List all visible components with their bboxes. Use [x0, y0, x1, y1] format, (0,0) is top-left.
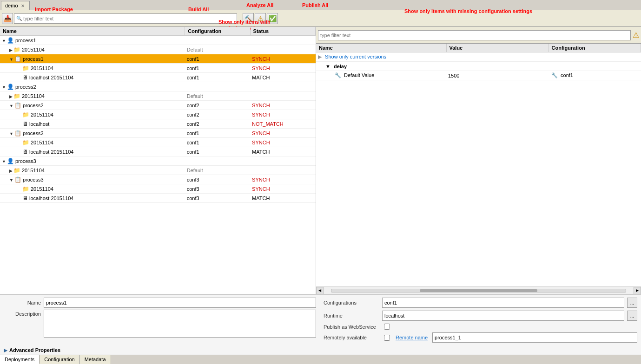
table-row[interactable]: 📁20151104conf1SYNCH — [0, 138, 316, 147]
table-row[interactable]: ▼📋process1conf1SYNCH — [0, 54, 316, 64]
split-area: Name Configuration Status ▼👤process1▶📁20… — [0, 27, 641, 294]
tab-configuration[interactable]: Configuration — [40, 355, 79, 364]
table-row[interactable]: 📁20151104conf2SYNCH — [0, 110, 316, 119]
expand-arrow[interactable]: ▶ — [9, 169, 13, 173]
col-status-header: Status — [250, 27, 315, 36]
table-row[interactable]: ▼👤process1 — [0, 36, 316, 45]
bottom-tabs: Deployments Configuration Metadata — [0, 355, 641, 364]
missing-config-icon[interactable]: ⚠ — [633, 31, 639, 39]
runtime-input[interactable] — [382, 311, 624, 321]
scrollbar-track[interactable] — [331, 289, 626, 292]
expand-arrow-right[interactable]: ▶ — [318, 54, 322, 59]
advanced-properties-section[interactable]: ▶ Advanced Properties — [0, 345, 641, 355]
right-tree-table[interactable]: Name Value Configuration ▶ Show only cur… — [316, 44, 641, 286]
left-table-body: ▼👤process1▶📁20151104Default▼📋process1con… — [0, 36, 316, 203]
row-status — [250, 45, 315, 54]
default-value-val: 1500 — [446, 71, 548, 80]
tab-metadata[interactable]: Metadata — [80, 355, 111, 364]
table-row[interactable]: ▼📋process2conf2SYNCH — [0, 101, 316, 110]
import-button[interactable]: 📥 — [2, 13, 13, 24]
name-input[interactable] — [44, 298, 316, 308]
left-pane: Name Configuration Status ▼👤process1▶📁20… — [0, 27, 316, 294]
table-row[interactable]: ▶📁20151104Default — [0, 45, 316, 54]
tab-close-button[interactable]: ✕ — [20, 3, 26, 9]
configurations-row: Configurations ... — [324, 298, 637, 308]
right-toolbar: ⚠ — [316, 27, 641, 44]
delay-expand-arrow[interactable]: ▼ — [325, 64, 330, 69]
conf-icon: 🔧 — [551, 72, 558, 78]
table-row[interactable]: ▼👤process3 — [0, 156, 316, 166]
left-tree-table[interactable]: Name Configuration Status ▼👤process1▶📁20… — [0, 27, 316, 294]
right-scrollbar[interactable]: ◀ ▶ — [316, 286, 641, 294]
folder-icon: 📁 — [22, 65, 29, 72]
left-filter-input[interactable] — [23, 16, 235, 21]
remote-name-link[interactable]: Remote name — [396, 335, 428, 340]
runtime-browse-button[interactable]: ... — [627, 311, 637, 321]
expand-arrow[interactable]: ▶ — [9, 48, 13, 52]
default-value-name: Default Value — [344, 72, 374, 78]
param-icon: 🔧 — [335, 72, 341, 78]
table-row[interactable]: 📁20151104conf1SYNCH — [0, 64, 316, 73]
row-name: localhost — [29, 121, 49, 127]
table-row[interactable]: ▶📁20151104Default — [0, 91, 316, 101]
table-row[interactable]: ▼📋process2conf1SYNCH — [0, 129, 316, 138]
description-label: Description — [4, 310, 41, 317]
server-icon: 🖥 — [22, 149, 28, 155]
configurations-browse-button[interactable]: ... — [627, 298, 637, 308]
toolbar: 📥 🔍 🔨 ⚠ ✅ — [0, 10, 641, 27]
expand-arrow[interactable]: ▶ — [9, 94, 13, 99]
table-row[interactable]: 🖥localhost 20151104conf1MATCH — [0, 73, 316, 82]
build-all-button[interactable]: 🔨 — [243, 13, 254, 24]
right-filter-input[interactable] — [320, 32, 628, 38]
import-icon: 📥 — [4, 15, 12, 22]
row-name: process3 — [15, 158, 36, 164]
scroll-left-arrow[interactable]: ◀ — [316, 287, 324, 294]
table-row[interactable]: 🖥localhost 20151104conf1MATCH — [0, 147, 316, 156]
runtime-label: Runtime — [324, 313, 379, 318]
page-wrapper: Import Package Build All Analyze All Pub… — [0, 0, 641, 364]
row-name: 20151104 — [31, 186, 53, 192]
row-status: SYNCH — [250, 129, 315, 138]
table-row[interactable]: ▼📋process3conf3SYNCH — [0, 175, 316, 184]
current-versions-label: Show only current versions — [325, 54, 386, 59]
expand-arrow[interactable]: ▼ — [9, 57, 13, 62]
person-icon: 👤 — [7, 158, 14, 164]
table-row[interactable]: ▶📁20151104Default — [0, 166, 316, 175]
analyze-all-button[interactable]: ⚠ — [255, 13, 266, 24]
folder-icon: 📁 — [22, 111, 29, 118]
bottom-section: Name Description Configurations ... — [0, 294, 641, 355]
table-row[interactable]: 📁20151104conf3SYNCH — [0, 184, 316, 194]
row-status — [250, 91, 315, 101]
right-filter-box[interactable] — [318, 30, 631, 40]
expand-arrow[interactable]: ▼ — [2, 85, 6, 90]
remote-name-input[interactable] — [432, 332, 637, 343]
remotely-checkbox[interactable] — [384, 335, 390, 341]
expand-arrow[interactable]: ▼ — [2, 39, 6, 43]
name-row: Name — [4, 298, 316, 308]
publish-checkbox[interactable] — [384, 324, 390, 330]
expand-arrow[interactable]: ▼ — [9, 178, 13, 182]
row-status: SYNCH — [250, 110, 315, 119]
publish-all-button[interactable]: ✅ — [267, 13, 278, 24]
tab-demo[interactable]: demo ✕ — [1, 1, 30, 10]
configurations-input[interactable] — [382, 298, 624, 308]
delay-label: delay — [334, 64, 347, 69]
advanced-expand-arrow[interactable]: ▶ — [4, 348, 7, 353]
row-name: process2 — [23, 130, 44, 136]
row-name: 20151104 — [31, 65, 53, 71]
table-row[interactable]: 🖥localhost 20151104conf3MATCH — [0, 194, 316, 203]
left-filter-box[interactable]: 🔍 — [14, 13, 237, 24]
row-status: MATCH — [250, 194, 315, 203]
table-row[interactable]: ▼👤process2 — [0, 82, 316, 91]
scroll-right-arrow[interactable]: ▶ — [634, 287, 641, 294]
name-label: Name — [4, 300, 41, 306]
tab-deployments[interactable]: Deployments — [0, 355, 40, 364]
row-name: 20151104 — [31, 140, 53, 145]
table-row[interactable]: 🖥localhostconf2NOT_MATCH — [0, 119, 316, 129]
expand-arrow[interactable]: ▼ — [9, 131, 13, 136]
description-input[interactable] — [44, 310, 316, 338]
expand-arrow[interactable]: ▼ — [2, 159, 6, 164]
default-value-row[interactable]: 🔧 Default Value 1500 🔧 conf1 — [316, 71, 641, 80]
row-config: conf2 — [185, 119, 250, 129]
expand-arrow[interactable]: ▼ — [9, 104, 13, 108]
